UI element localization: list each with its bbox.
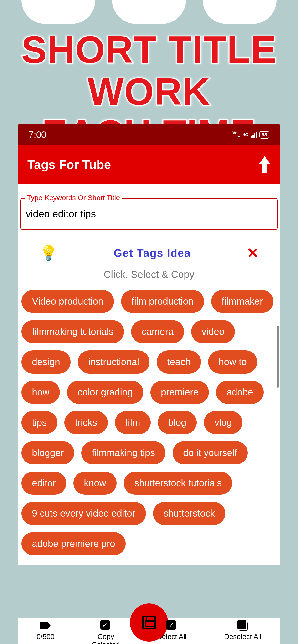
deselect-all-label: Deselect All <box>224 632 262 641</box>
tag-chip[interactable]: design <box>21 350 71 374</box>
decorative-circles <box>0 0 298 24</box>
nav-tag-counter[interactable]: 0/500 <box>37 620 55 641</box>
square-stack-icon <box>237 620 246 629</box>
tag-chip[interactable]: editor <box>21 472 66 495</box>
tag-chip[interactable]: filmmaking tips <box>81 441 165 464</box>
network-4g-icon: 4G <box>243 132 248 138</box>
nav-copy-selected[interactable]: ✓ Copy Selected <box>92 620 120 644</box>
tag-chip[interactable]: filmmaking tutorials <box>21 320 124 343</box>
tag-chip[interactable]: teach <box>157 350 201 374</box>
tag-chip[interactable]: tricks <box>64 411 107 434</box>
tag-chip[interactable]: instructional <box>78 350 149 374</box>
tag-chip[interactable]: blog <box>158 411 197 434</box>
circle-decoration <box>21 0 95 24</box>
tag-chip[interactable]: how to <box>208 350 257 374</box>
save-icon <box>142 616 156 629</box>
tag-chip[interactable]: film production <box>121 290 204 313</box>
signal-bars-icon <box>251 132 257 138</box>
save-fab[interactable] <box>130 604 168 642</box>
tag-chip[interactable]: shutterstock tutorials <box>124 472 232 495</box>
tags-area: Video productionfilm productionfilmmaker… <box>20 290 278 555</box>
bottom-nav: 0/500 ✓ Copy Selected ✓ Select All Desel… <box>18 618 280 644</box>
counter-label: 0/500 <box>37 632 55 641</box>
keyword-input-label: Type Keywords Or Short Title <box>25 194 122 202</box>
nav-deselect-all[interactable]: Deselect All <box>224 620 262 641</box>
scroll-indicator[interactable] <box>277 326 279 388</box>
check-box-icon: ✓ <box>100 620 110 630</box>
keyword-input[interactable] <box>20 198 278 230</box>
tag-chip[interactable]: do it yourself <box>173 441 248 464</box>
lightbulb-icon: 💡 <box>39 244 58 262</box>
battery-icon: 58 <box>259 131 269 138</box>
tag-chip[interactable]: adobe premiere pro <box>21 532 126 555</box>
headline-line-1: SHORT TITLE WORK <box>5 28 293 112</box>
tag-chip[interactable]: shutterstock <box>153 502 226 525</box>
status-time: 7:00 <box>29 130 46 140</box>
circle-decoration <box>203 0 277 24</box>
tag-chip[interactable]: color grading <box>67 381 143 404</box>
tag-chip[interactable]: blogger <box>21 441 74 464</box>
close-icon[interactable]: ✕ <box>247 245 259 262</box>
tag-chip[interactable]: filmmaker <box>211 290 274 313</box>
tag-chip[interactable]: vlog <box>204 411 242 434</box>
volte-icon: Vo LTE <box>233 131 240 138</box>
status-bar: 7:00 Vo LTE 4G 58 <box>18 124 280 146</box>
tag-chip[interactable]: Video production <box>21 290 114 313</box>
tag-chip[interactable]: how <box>21 381 60 404</box>
app-header: Tags For Tube <box>18 146 280 184</box>
tag-chip[interactable]: camera <box>131 320 184 343</box>
instruction-subtitle: Click, Select & Copy <box>20 269 278 280</box>
copy-selected-label: Copy Selected <box>92 632 120 644</box>
circle-decoration <box>112 0 186 24</box>
tag-chip[interactable]: know <box>73 472 117 495</box>
status-icons: Vo LTE 4G 58 <box>233 131 269 138</box>
tag-chip[interactable]: adobe <box>216 381 264 404</box>
tag-chip[interactable]: tips <box>21 411 57 434</box>
app-title: Tags For Tube <box>27 158 111 172</box>
tag-chip[interactable]: video <box>191 320 235 343</box>
main-content: Type Keywords Or Short Title 💡 Get Tags … <box>18 184 280 565</box>
tag-chip[interactable]: premiere <box>150 381 209 404</box>
check-box-filled-icon: ✓ <box>166 620 176 630</box>
phone-frame: 7:00 Vo LTE 4G 58 Tags For Tube Type Key… <box>18 124 280 565</box>
tag-chip[interactable]: 9 cuts every video editor <box>21 502 146 525</box>
get-tags-button[interactable]: Get Tags Idea <box>113 247 191 260</box>
upload-arrow-icon[interactable] <box>259 156 271 173</box>
get-tags-row: 💡 Get Tags Idea ✕ <box>20 244 278 269</box>
keyword-input-wrapper: Type Keywords Or Short Title <box>20 198 278 230</box>
tag-icon <box>40 622 50 629</box>
tag-chip[interactable]: film <box>115 411 151 434</box>
